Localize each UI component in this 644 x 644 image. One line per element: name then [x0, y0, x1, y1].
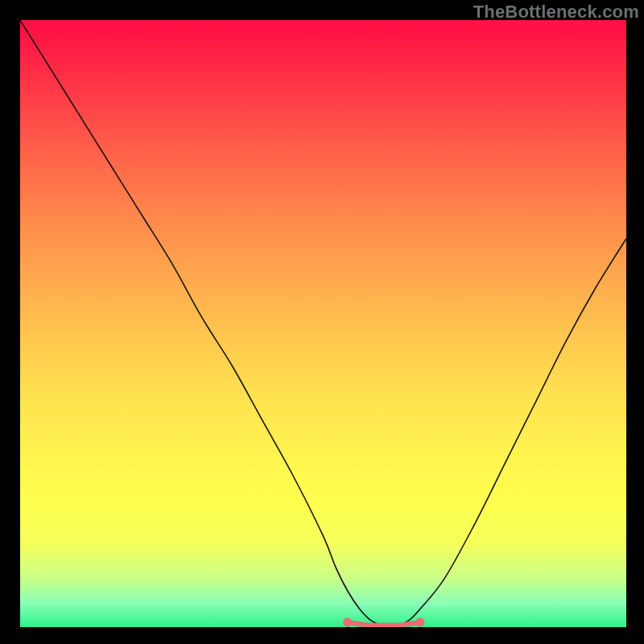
optimal-inner-dot [357, 621, 361, 626]
curve-layer [20, 20, 626, 627]
chart-stage: TheBottleneck.com [0, 0, 644, 644]
bottleneck-curve [20, 20, 626, 625]
chart-svg [20, 20, 626, 627]
watermark-label: TheBottleneck.com [473, 2, 639, 23]
plot-frame [20, 20, 626, 627]
optimal-endpoint-dot [343, 617, 352, 626]
optimal-endpoint-dot [415, 617, 424, 626]
optimal-inner-dot [406, 621, 411, 626]
